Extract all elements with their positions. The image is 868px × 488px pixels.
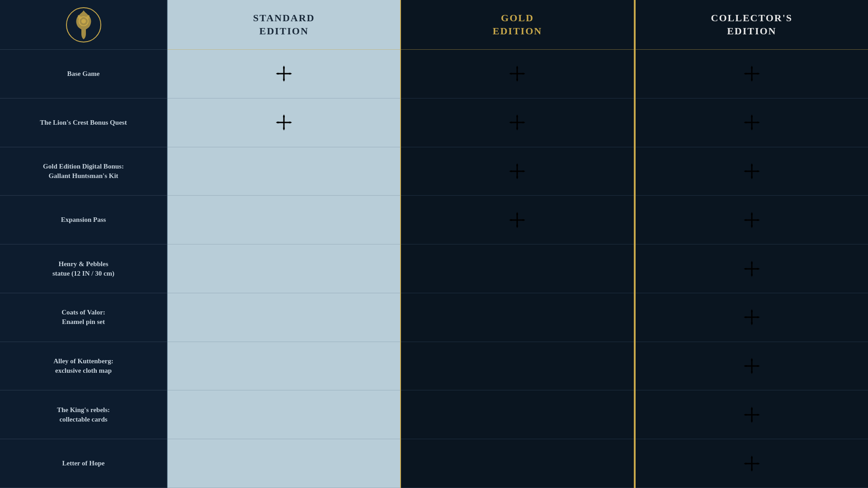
edition-cell-standard-7	[168, 390, 400, 439]
edition-cell-standard-1	[168, 99, 400, 147]
feature-row-base-game: Base Game	[0, 50, 167, 99]
edition-cell-collectors-7	[636, 390, 868, 439]
edition-cell-gold-4	[401, 244, 633, 293]
check-icon	[276, 66, 292, 82]
edition-cell-collectors-5	[636, 293, 868, 342]
edition-cell-collectors-3	[636, 196, 868, 244]
check-icon	[509, 114, 525, 131]
check-icon	[744, 407, 760, 423]
edition-cell-standard-3	[168, 196, 400, 244]
edition-header-collectors: COLLECTOR'SEDITION	[636, 0, 868, 50]
feature-rows: Base GameThe Lion's Crest Bonus QuestGol…	[0, 50, 167, 488]
edition-cell-gold-7	[401, 390, 633, 439]
edition-cell-gold-6	[401, 342, 633, 391]
edition-cell-gold-5	[401, 293, 633, 342]
edition-header-gold: GOLDEDITION	[401, 0, 633, 50]
edition-cell-standard-8	[168, 439, 400, 488]
check-icon	[509, 163, 525, 179]
edition-cell-collectors-8	[636, 439, 868, 488]
edition-cell-standard-2	[168, 147, 400, 196]
edition-cell-standard-4	[168, 244, 400, 293]
check-icon	[509, 66, 525, 82]
editions-area: STANDARDEDITION GOLDEDITION	[167, 0, 868, 488]
feature-row-gold-digital: Gold Edition Digital Bonus:Gallant Hunts…	[0, 147, 167, 196]
edition-cell-gold-8	[401, 439, 633, 488]
edition-column-collectors: COLLECTOR'SEDITION	[635, 0, 868, 488]
edition-cell-gold-1	[401, 99, 633, 147]
check-icon	[744, 212, 760, 228]
edition-cell-collectors-0	[636, 50, 868, 99]
edition-cell-collectors-1	[636, 99, 868, 147]
edition-cell-collectors-6	[636, 342, 868, 391]
edition-column-gold: GOLDEDITION	[400, 0, 634, 488]
check-icon	[744, 261, 760, 277]
edition-title-standard: STANDARDEDITION	[253, 12, 315, 38]
svg-point-2	[81, 19, 86, 23]
check-icon	[276, 114, 292, 131]
feature-row-henry-pebbles: Henry & Pebblesstatue (12 IN / 30 cm)	[0, 244, 167, 293]
feature-row-expansion-pass: Expansion Pass	[0, 196, 167, 244]
edition-cell-standard-5	[168, 293, 400, 342]
edition-cell-gold-2	[401, 147, 633, 196]
check-icon	[744, 66, 760, 82]
feature-row-coats-valor: Coats of Valor:Enamel pin set	[0, 293, 167, 342]
edition-cells-collectors	[636, 50, 868, 488]
edition-header-standard: STANDARDEDITION	[168, 0, 400, 50]
edition-cell-collectors-4	[636, 244, 868, 293]
edition-cells-gold	[401, 50, 633, 488]
feature-row-kings-rebels: The King's rebels:collectable cards	[0, 390, 167, 439]
feature-row-alley-kuttenberg: Alley of Kuttenberg:exclusive cloth map	[0, 342, 167, 391]
logo-area	[0, 0, 167, 50]
check-icon	[744, 114, 760, 131]
feature-list-panel: Base GameThe Lion's Crest Bonus QuestGol…	[0, 0, 167, 488]
edition-cell-gold-0	[401, 50, 633, 99]
check-icon	[744, 455, 760, 472]
edition-cell-standard-6	[168, 342, 400, 391]
edition-cells-standard	[168, 50, 400, 488]
edition-cell-collectors-2	[636, 147, 868, 196]
feature-row-letter-hope: Letter of Hope	[0, 439, 167, 488]
game-logo-icon	[66, 7, 102, 43]
edition-cell-standard-0	[168, 50, 400, 99]
edition-cell-gold-3	[401, 196, 633, 244]
edition-column-standard: STANDARDEDITION	[167, 0, 400, 488]
check-icon	[509, 212, 525, 228]
edition-title-gold: GOLDEDITION	[493, 12, 542, 38]
feature-row-lions-crest: The Lion's Crest Bonus Quest	[0, 99, 167, 147]
check-icon	[744, 358, 760, 374]
check-icon	[744, 163, 760, 179]
edition-title-collectors: COLLECTOR'SEDITION	[711, 12, 793, 38]
check-icon	[744, 309, 760, 325]
